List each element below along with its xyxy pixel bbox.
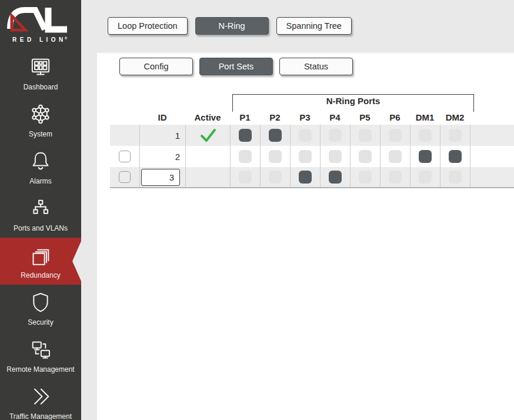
sidebar-item-label: Dashboard bbox=[24, 83, 58, 91]
registered-mark: ® bbox=[65, 36, 67, 40]
table-row: 2 bbox=[110, 146, 514, 167]
traffic-management-icon bbox=[29, 385, 52, 408]
system-icon bbox=[29, 102, 52, 126]
port-toggle-dm1[interactable] bbox=[419, 171, 432, 184]
tab-n-ring[interactable]: N-Ring bbox=[195, 17, 269, 35]
port-toggle-p4[interactable] bbox=[329, 129, 342, 142]
port-toggle-p6[interactable] bbox=[389, 171, 402, 184]
port-toggle-p2[interactable] bbox=[269, 171, 282, 184]
n-ring-ports-label: N-Ring Ports bbox=[326, 95, 381, 112]
filler-cell bbox=[470, 125, 514, 146]
sidebar-item-label: System bbox=[29, 130, 52, 138]
content-area: Loop Protection N-Ring Spanning Tree Con… bbox=[81, 0, 514, 420]
port-toggle-dm2[interactable] bbox=[449, 129, 462, 142]
filler-cell bbox=[470, 167, 514, 187]
sidebar-item-ports-vlans[interactable]: Ports and VLANs bbox=[0, 191, 81, 238]
ring-id: 2 bbox=[175, 152, 180, 162]
id-column-header: ID bbox=[139, 112, 185, 122]
id-cell: 2 bbox=[139, 146, 185, 167]
id-cell: 1 bbox=[139, 125, 185, 146]
sidebar-item-security[interactable]: Security bbox=[0, 285, 81, 332]
port-column-header-p4: P4 bbox=[320, 112, 350, 122]
tab-loop-protection[interactable]: Loop Protection bbox=[108, 17, 188, 35]
table-row bbox=[110, 167, 514, 188]
port-toggle-p6[interactable] bbox=[389, 129, 402, 142]
port-column-header-dm1: DM1 bbox=[410, 112, 440, 122]
sidebar-item-label: Remote Management bbox=[6, 365, 74, 374]
port-toggle-p1[interactable] bbox=[239, 150, 252, 163]
port-sets-table: N-Ring Ports ID Active P1 P2 P3 P4 P5 P6… bbox=[110, 94, 514, 188]
main-tab-bar: Loop Protection N-Ring Spanning Tree bbox=[108, 17, 352, 35]
filler-cell bbox=[470, 146, 514, 167]
active-cell bbox=[185, 125, 230, 146]
active-column-header: Active bbox=[185, 112, 230, 122]
port-toggle-p4[interactable] bbox=[329, 171, 342, 184]
security-icon bbox=[29, 291, 52, 314]
sidebar-item-label: Redundancy bbox=[21, 271, 60, 279]
port-column-header-p2: P2 bbox=[260, 112, 290, 122]
port-column-header-p3: P3 bbox=[290, 112, 320, 122]
sidebar: RED LION® Dashboard bbox=[0, 0, 81, 420]
row-checkbox[interactable] bbox=[119, 171, 131, 183]
table-group-header-row: N-Ring Ports bbox=[110, 94, 514, 109]
port-toggle-p6[interactable] bbox=[389, 150, 402, 163]
brand-name: RED LION® bbox=[6, 35, 81, 43]
port-toggle-p3[interactable] bbox=[299, 171, 312, 184]
dashboard-icon bbox=[29, 55, 52, 79]
sidebar-item-dashboard[interactable]: Dashboard bbox=[0, 49, 81, 96]
sidebar-item-traffic-management[interactable]: Traffic Management bbox=[0, 379, 81, 420]
active-cell bbox=[185, 167, 230, 187]
sidebar-item-label: Ports and VLANs bbox=[14, 224, 68, 232]
port-toggle-dm2[interactable] bbox=[449, 150, 462, 163]
tab-spanning-tree[interactable]: Spanning Tree bbox=[276, 17, 352, 35]
sidebar-item-label: Security bbox=[28, 318, 53, 326]
alarms-icon bbox=[29, 149, 52, 173]
active-cell bbox=[185, 146, 230, 167]
select-cell bbox=[110, 125, 139, 146]
sub-tab-bar: Config Port Sets Status bbox=[119, 58, 353, 75]
sidebar-item-label: Traffic Management bbox=[9, 412, 72, 420]
n-ring-panel: Config Port Sets Status N-Ring Ports ID … bbox=[97, 53, 514, 420]
ring-id: 1 bbox=[175, 131, 180, 141]
n-ring-ports-bracket: N-Ring Ports bbox=[232, 94, 474, 112]
sidebar-item-system[interactable]: System bbox=[0, 96, 81, 144]
sidebar-item-alarms[interactable]: Alarms bbox=[0, 144, 81, 191]
sidebar-item-label: Alarms bbox=[29, 177, 51, 185]
subtab-port-sets[interactable]: Port Sets bbox=[199, 58, 273, 75]
subtab-config[interactable]: Config bbox=[119, 58, 193, 75]
port-toggle-p1[interactable] bbox=[239, 171, 252, 184]
row-checkbox[interactable] bbox=[119, 151, 131, 162]
port-column-header-p5: P5 bbox=[350, 112, 380, 122]
redundancy-icon bbox=[29, 244, 52, 267]
port-toggle-dm2[interactable] bbox=[449, 171, 462, 184]
port-toggle-p2[interactable] bbox=[269, 129, 282, 142]
remote-management-icon bbox=[29, 338, 52, 361]
port-toggle-p5[interactable] bbox=[359, 150, 372, 163]
id-cell bbox=[139, 167, 185, 187]
sidebar-item-redundancy[interactable]: Redundancy bbox=[0, 238, 81, 285]
select-cell bbox=[110, 146, 139, 167]
port-toggle-dm1[interactable] bbox=[419, 129, 432, 142]
port-toggle-p5[interactable] bbox=[359, 171, 372, 184]
subtab-status[interactable]: Status bbox=[279, 58, 353, 75]
red-lion-logo: RED LION® bbox=[0, 0, 81, 43]
port-column-header-p6: P6 bbox=[380, 112, 410, 122]
table-row: 1 bbox=[110, 125, 514, 146]
sidebar-nav: Dashboard System bbox=[0, 49, 81, 420]
port-toggle-p4[interactable] bbox=[329, 150, 342, 163]
port-toggle-dm1[interactable] bbox=[419, 150, 432, 163]
port-column-header-dm2: DM2 bbox=[440, 112, 470, 122]
ports-vlans-icon bbox=[29, 196, 52, 220]
ring-id-input[interactable] bbox=[141, 169, 180, 186]
port-toggle-p2[interactable] bbox=[269, 150, 282, 163]
red-lion-logo-icon bbox=[6, 5, 71, 33]
select-cell bbox=[110, 167, 139, 187]
port-toggle-p3[interactable] bbox=[299, 129, 312, 142]
port-toggle-p1[interactable] bbox=[239, 129, 252, 142]
active-check-icon bbox=[200, 128, 216, 143]
port-toggle-p3[interactable] bbox=[299, 150, 312, 163]
port-toggle-p5[interactable] bbox=[359, 129, 372, 142]
sidebar-item-remote-management[interactable]: Remote Management bbox=[0, 332, 81, 379]
port-column-header-p1: P1 bbox=[230, 112, 260, 122]
